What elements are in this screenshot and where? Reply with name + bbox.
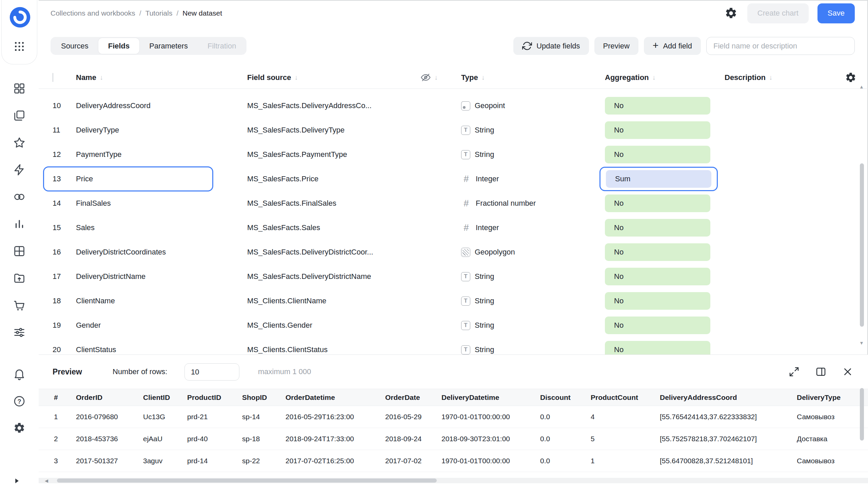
aggregation-badge[interactable]: No [605, 121, 710, 139]
aggregation-badge[interactable]: No [605, 268, 710, 285]
preview-toggle-button[interactable]: Preview [594, 37, 638, 55]
create-chart-button[interactable]: Create chart [747, 3, 809, 23]
column-header-source[interactable]: Field source ↓ [247, 73, 420, 82]
close-preview-icon[interactable] [841, 365, 855, 379]
field-source[interactable]: MS_Clients.Gender [247, 321, 420, 330]
aggregation-badge[interactable]: No [605, 146, 710, 163]
aggregation-badge[interactable]: No [605, 195, 710, 212]
update-fields-button[interactable]: Update fields [513, 37, 589, 55]
field-row[interactable]: 18 ClientName MS_Clients.ClientName Stri… [39, 289, 868, 313]
column-header-description[interactable]: Description ↓ [725, 73, 844, 82]
marketplace-cart-icon[interactable] [13, 299, 26, 312]
aggregation-badge[interactable]: No [605, 219, 710, 237]
field-name[interactable]: Sales [76, 223, 247, 232]
field-search-input[interactable] [706, 37, 855, 55]
help-icon[interactable]: ? [13, 394, 26, 408]
field-row[interactable]: 17 DeliveryDistrictName MS_SalesFacts.De… [39, 264, 868, 289]
field-type[interactable]: Integer [461, 223, 605, 233]
dataset-settings-gear-icon[interactable] [724, 6, 738, 21]
favorites-star-icon[interactable] [13, 136, 26, 149]
table-settings-gear-icon[interactable] [844, 70, 858, 85]
number-of-rows-input[interactable] [184, 363, 239, 381]
field-name[interactable]: Gender [76, 321, 247, 330]
scroll-down-icon[interactable]: ▼ [859, 340, 865, 346]
aggregation-badge[interactable]: Sum [606, 170, 711, 188]
charts-icon[interactable] [13, 217, 26, 231]
aggregation-badge[interactable]: No [605, 341, 710, 354]
field-row[interactable]: 11 DeliveryType MS_SalesFacts.DeliveryTy… [39, 118, 868, 142]
field-type[interactable]: String [461, 297, 605, 306]
field-row[interactable]: 12 PaymentType MS_SalesFacts.PaymentType… [39, 142, 868, 167]
field-source[interactable]: MS_SalesFacts.PaymentType [247, 150, 420, 159]
datasets-circles-icon[interactable] [13, 190, 26, 204]
apps-grid-icon[interactable] [13, 40, 25, 53]
select-all-checkbox[interactable] [53, 73, 53, 82]
field-source[interactable]: MS_SalesFacts.Price [247, 175, 420, 183]
tab-fields[interactable]: Fields [98, 38, 140, 54]
save-button[interactable]: Save [817, 3, 855, 23]
field-name[interactable]: DeliveryDistrictCoordinates [76, 248, 247, 257]
split-view-icon[interactable] [814, 365, 828, 379]
column-header-hidden[interactable]: ↓ [420, 72, 461, 83]
field-type[interactable]: String [461, 272, 605, 281]
tab-sources[interactable]: Sources [51, 38, 98, 54]
dashboards-icon[interactable] [13, 82, 26, 95]
scroll-up-icon[interactable]: ▲ [859, 84, 865, 89]
field-type[interactable]: Geopoint [461, 101, 605, 110]
field-name[interactable]: FinalSales [76, 199, 247, 208]
field-type[interactable]: String [461, 345, 605, 354]
horizontal-scroll-thumb[interactable] [57, 479, 437, 483]
field-type[interactable]: Geopolygon [461, 248, 605, 257]
field-type[interactable]: String [461, 321, 605, 330]
folder-upload-icon[interactable] [13, 271, 26, 285]
field-type[interactable]: String [461, 150, 605, 159]
breadcrumb-tutorials[interactable]: Tutorials [145, 9, 173, 17]
grid-table-icon[interactable] [13, 244, 26, 258]
connections-zap-icon[interactable] [13, 163, 26, 177]
field-row[interactable]: 19 Gender MS_Clients.Gender String No [39, 313, 868, 338]
field-row[interactable]: 10 DeliveryAddressCoord MS_SalesFacts.De… [39, 94, 868, 118]
field-source[interactable]: MS_SalesFacts.DeliveryDistrictCoor... [247, 248, 420, 257]
field-type[interactable]: Integer [461, 174, 605, 184]
field-name[interactable]: ClientName [76, 297, 247, 305]
expand-preview-icon[interactable] [787, 365, 801, 379]
preview-horizontal-scrollbar[interactable]: ◀ [39, 478, 868, 483]
field-name[interactable]: PaymentType [76, 150, 247, 159]
scroll-left-icon[interactable]: ◀ [45, 478, 48, 483]
field-source[interactable]: MS_SalesFacts.DeliveryType [247, 126, 420, 135]
aggregation-badge[interactable]: No [605, 97, 710, 115]
field-name[interactable]: DeliveryDistrictName [76, 272, 247, 281]
add-field-button[interactable]: + Add field [644, 37, 701, 55]
collections-icon[interactable] [13, 109, 26, 122]
gear-icon[interactable] [13, 421, 26, 435]
field-source[interactable]: MS_SalesFacts.DeliveryDistrictName [247, 272, 420, 281]
aggregation-badge[interactable]: No [605, 292, 710, 310]
sidebar-expand-icon[interactable] [12, 476, 21, 485]
field-type[interactable]: Fractional number [461, 198, 605, 208]
field-source[interactable]: MS_SalesFacts.DeliveryAddressCo... [247, 101, 420, 110]
field-source[interactable]: MS_Clients.ClientStatus [247, 345, 420, 354]
field-row[interactable]: 20 ClientStatus MS_Clients.ClientStatus … [39, 338, 868, 354]
field-row[interactable]: 15 Sales MS_SalesFacts.Sales Integer No [39, 216, 868, 240]
tab-parameters[interactable]: Parameters [139, 38, 198, 54]
aggregation-badge[interactable]: No [605, 243, 710, 261]
fields-vertical-scrollbar[interactable] [860, 163, 864, 327]
field-row[interactable]: 16 DeliveryDistrictCoordinates MS_SalesF… [39, 240, 868, 264]
field-source[interactable]: MS_Clients.ClientName [247, 297, 420, 305]
column-header-aggregation[interactable]: Aggregation ↓ [605, 73, 725, 82]
notifications-bell-icon[interactable] [13, 368, 26, 381]
field-source[interactable]: MS_SalesFacts.FinalSales [247, 199, 420, 208]
settings-sliders-icon[interactable] [13, 326, 26, 339]
breadcrumb-collections[interactable]: Collections and workbooks [51, 9, 135, 17]
field-type[interactable]: String [461, 126, 605, 135]
field-name[interactable]: Price [76, 175, 247, 183]
column-header-type[interactable]: Type ↓ [461, 73, 605, 82]
field-name[interactable]: ClientStatus [76, 345, 247, 354]
aggregation-badge[interactable]: No [605, 317, 710, 334]
field-name[interactable]: DeliveryAddressCoord [76, 101, 247, 110]
column-header-name[interactable]: Name ↓ [76, 73, 247, 82]
field-row[interactable]: 14 FinalSales MS_SalesFacts.FinalSales F… [39, 191, 868, 216]
field-source[interactable]: MS_SalesFacts.Sales [247, 223, 420, 232]
preview-vertical-scrollbar[interactable] [860, 388, 864, 441]
field-name[interactable]: DeliveryType [76, 126, 247, 135]
